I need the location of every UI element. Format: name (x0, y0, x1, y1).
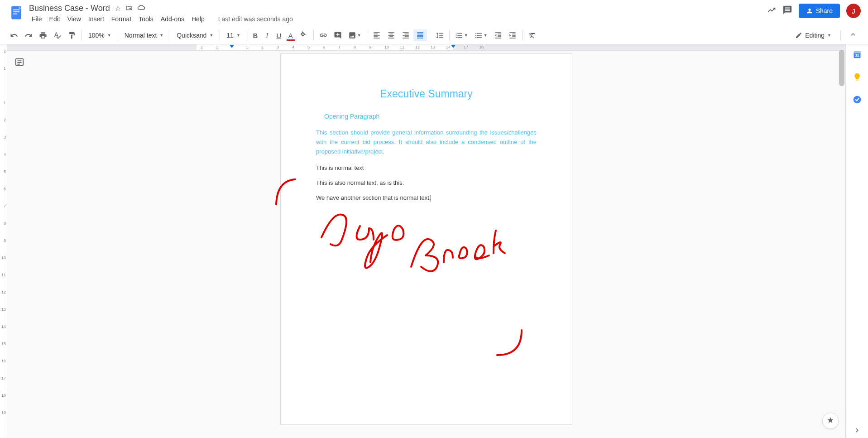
clear-formatting-button[interactable] (525, 29, 539, 41)
side-panel: 31 (845, 44, 868, 438)
side-panel-expand-icon[interactable] (853, 426, 861, 436)
calendar-icon[interactable]: 31 (853, 50, 862, 61)
align-right-button[interactable] (399, 29, 412, 41)
separator (118, 30, 118, 40)
comments-icon[interactable] (782, 5, 792, 17)
title-area: Business Case - Word ☆ File Edit View In… (29, 4, 767, 24)
comment-button[interactable] (331, 29, 345, 41)
italic-button[interactable]: I (262, 29, 273, 41)
separator (522, 30, 523, 40)
document-area[interactable]: 2 1 1 2 3 4 5 6 7 8 9 10 11 12 13 14 17 … (7, 44, 845, 438)
undo-button[interactable] (7, 29, 21, 41)
ruler-margin (453, 44, 845, 50)
decrease-indent-button[interactable] (491, 29, 505, 41)
svg-rect-11 (856, 80, 858, 81)
menu-edit[interactable]: Edit (47, 14, 63, 24)
separator (367, 30, 367, 40)
text-color-button[interactable]: A (285, 29, 296, 41)
indent-marker-left[interactable] (230, 45, 234, 48)
spellcheck-button[interactable] (51, 29, 64, 41)
paragraph[interactable]: We have another section that is normal t… (316, 194, 537, 202)
handwritten-annotation (272, 176, 543, 375)
caret-icon: ▼ (464, 33, 468, 38)
vertical-ruler[interactable]: 2 1 1 2 3 4 5 6 7 8 9 10 11 12 13 14 15 … (0, 44, 7, 438)
highlight-button[interactable] (297, 29, 311, 41)
caret-icon: ▼ (107, 33, 111, 38)
document-title[interactable]: Business Case - Word (29, 4, 110, 13)
redo-button[interactable] (22, 29, 35, 41)
heading-2[interactable]: Opening Paragraph (324, 113, 537, 120)
editing-mode-button[interactable]: Editing ▼ (791, 30, 836, 41)
menu-view[interactable]: View (65, 14, 84, 24)
keep-icon[interactable] (853, 72, 862, 83)
svg-text:31: 31 (855, 53, 859, 58)
header-right: Share J (767, 4, 861, 18)
svg-rect-1 (13, 10, 19, 10)
menu-addons[interactable]: Add-ons (158, 14, 187, 24)
separator (220, 30, 220, 40)
separator (430, 30, 430, 40)
share-label: Share (816, 7, 833, 14)
menu-file[interactable]: File (29, 14, 45, 24)
increase-indent-button[interactable] (506, 29, 519, 41)
caret-icon: ▼ (357, 33, 361, 38)
heading-1[interactable]: Executive Summary (316, 88, 537, 100)
align-center-button[interactable] (384, 29, 398, 41)
separator (313, 30, 314, 40)
link-button[interactable] (317, 29, 330, 41)
print-button[interactable] (36, 29, 50, 41)
explore-button[interactable] (822, 413, 839, 429)
caret-icon: ▼ (236, 33, 240, 38)
menu-insert[interactable]: Insert (86, 14, 107, 24)
line-spacing-button[interactable] (433, 29, 446, 41)
cloud-icon[interactable] (137, 4, 145, 13)
share-button[interactable]: Share (799, 4, 840, 18)
separator (170, 30, 170, 40)
separator (840, 30, 841, 40)
toolbar: 100%▼ Normal text▼ Quicksand▼ 11▼ B I U … (0, 27, 868, 44)
font-select[interactable]: Quicksand▼ (173, 30, 217, 41)
star-icon[interactable]: ☆ (115, 4, 121, 13)
menu-help[interactable]: Help (189, 14, 207, 24)
paragraph[interactable]: This is also normal text, as is this. (316, 179, 537, 186)
caret-icon: ▼ (159, 33, 163, 38)
indent-marker-right[interactable] (451, 45, 456, 48)
vertical-scrollbar[interactable] (839, 50, 844, 86)
svg-rect-3 (13, 14, 17, 14)
bold-button[interactable]: B (250, 29, 261, 41)
paragraph[interactable]: This is normal text (316, 164, 537, 171)
image-button[interactable]: ▼ (345, 29, 364, 41)
horizontal-ruler[interactable]: 2 1 1 2 3 4 5 6 7 8 9 10 11 12 13 14 17 … (7, 44, 845, 51)
separator (247, 30, 247, 40)
caret-icon: ▼ (484, 33, 488, 38)
last-edit-link[interactable]: Last edit was seconds ago (216, 14, 296, 24)
activity-icon[interactable] (767, 5, 776, 16)
document-page[interactable]: Executive Summary Opening Paragraph This… (280, 53, 572, 425)
zoom-select[interactable]: 100%▼ (85, 30, 115, 41)
paragraph-blue[interactable]: This section should provide general info… (316, 128, 537, 156)
text-cursor (431, 195, 431, 202)
user-avatar[interactable]: J (846, 4, 861, 18)
font-size-select[interactable]: 11▼ (223, 30, 244, 41)
menu-tools[interactable]: Tools (136, 14, 156, 24)
caret-icon: ▼ (209, 33, 213, 38)
tasks-icon[interactable] (853, 95, 862, 106)
caret-icon: ▼ (827, 33, 831, 38)
bullet-list-button[interactable]: ▼ (472, 29, 490, 41)
outline-toggle-icon[interactable] (14, 57, 24, 69)
svg-rect-2 (13, 11, 19, 12)
menu-format[interactable]: Format (109, 14, 134, 24)
align-justify-button[interactable] (413, 29, 427, 41)
ruler-margin (7, 44, 197, 50)
main-area: 2 1 1 2 3 4 5 6 7 8 9 10 11 12 13 14 15 … (0, 44, 868, 438)
underline-button[interactable]: U (273, 29, 284, 41)
separator (82, 30, 82, 40)
format-paint-button[interactable] (65, 29, 79, 41)
align-left-button[interactable] (370, 29, 384, 41)
separator (449, 30, 450, 40)
numbered-list-button[interactable]: ▼ (452, 29, 471, 41)
move-icon[interactable] (125, 4, 133, 13)
docs-logo[interactable] (7, 4, 25, 22)
style-select[interactable]: Normal text▼ (121, 30, 168, 41)
collapse-toolbar-button[interactable] (845, 29, 861, 42)
